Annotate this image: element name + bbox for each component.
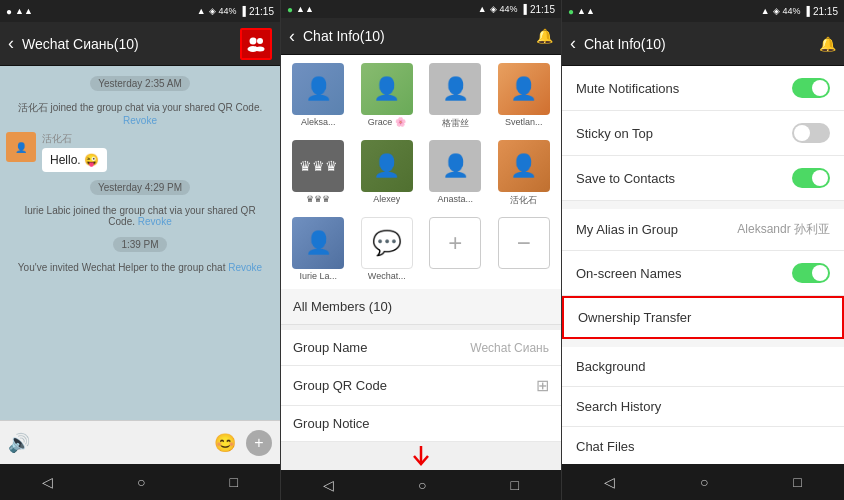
member-avatar-iurie: 👤	[292, 217, 344, 269]
mute-notifications-label: Mute Notifications	[576, 81, 792, 96]
member-name-huashi2: 活化石	[510, 194, 537, 207]
down-arrow-icon	[409, 446, 433, 466]
all-members-label: All Members (10)	[293, 299, 392, 314]
onscreen-row[interactable]: On-screen Names	[562, 251, 844, 296]
msg-row-1: 👤 活化石 Hello. 😜	[6, 132, 274, 172]
wifi-icon: ◈	[209, 6, 216, 16]
member-face-7: 👤	[429, 140, 481, 192]
background-label: Background	[576, 359, 830, 374]
group-name-row[interactable]: Group Name Wechat Сиань	[281, 330, 561, 366]
info-title: Chat Info(10)	[303, 28, 528, 44]
member-add[interactable]: +	[422, 213, 489, 285]
nav-home-3[interactable]: ○	[700, 474, 708, 490]
revoke-link-1[interactable]: Revoke	[123, 115, 157, 126]
msg-sender-1: 活化石	[42, 132, 107, 146]
timestamp-3: 1:39 PM	[113, 237, 166, 252]
member-name-wechat: Wechat...	[368, 271, 406, 281]
revoke-link-2[interactable]: Revoke	[138, 216, 172, 227]
member-wechat[interactable]: 💬 Wechat...	[354, 213, 421, 285]
voice-button[interactable]: 🔊	[8, 432, 30, 454]
mute-notifications-row[interactable]: Mute Notifications	[562, 66, 844, 111]
members-button[interactable]	[240, 28, 272, 60]
chat-body: Yesterday 2:35 AM 活化石 joined the group c…	[0, 66, 280, 420]
chat-title: Wechat Сиань(10)	[22, 36, 232, 52]
onscreen-toggle[interactable]	[792, 263, 830, 283]
add-member-button[interactable]: +	[429, 217, 481, 269]
member-iurie[interactable]: 👤 Iurie La...	[285, 213, 352, 285]
qr-icon: ⊞	[536, 376, 549, 395]
all-members-row[interactable]: All Members (10)	[281, 289, 561, 325]
member-geleisi[interactable]: 👤 格雷丝	[422, 59, 489, 134]
sticky-toggle[interactable]	[792, 123, 830, 143]
alias-value: Aleksandr 孙利亚	[737, 221, 830, 238]
member-face-5: ♛♛♛	[292, 140, 344, 192]
member-name-svetlan: Svetlan...	[505, 117, 543, 127]
group-notice-row[interactable]: Group Notice	[281, 406, 561, 442]
group-qr-label: Group QR Code	[293, 378, 536, 393]
settings-panel: ● ▲▲ ▲ ◈ 44% ▐ 21:15 ‹ Chat Info(10) 🔔 M…	[562, 0, 844, 500]
chat-panel: ● ▲▲ ▲ ◈ 44% ▐ 21:15 ‹ Wechat Сиань(10) …	[0, 0, 281, 500]
back-button-1[interactable]: ‹	[8, 33, 14, 54]
nav-back-2[interactable]: ◁	[323, 477, 334, 493]
chat-header: ‹ Wechat Сиань(10)	[0, 22, 280, 66]
back-button-3[interactable]: ‹	[570, 33, 576, 54]
save-contacts-label: Save to Contacts	[576, 171, 792, 186]
nav-back-3[interactable]: ◁	[604, 474, 615, 490]
revoke-link-3[interactable]: Revoke	[228, 262, 262, 273]
chat-files-label: Chat Files	[576, 439, 830, 454]
member-avatar-geleisi: 👤	[429, 63, 481, 115]
remove-member-button[interactable]: −	[498, 217, 550, 269]
member-aleksa[interactable]: 👤 Aleksa...	[285, 59, 352, 134]
alias-row[interactable]: My Alias in Group Aleksandr 孙利亚	[562, 209, 844, 251]
timestamp-2: Yesterday 4:29 PM	[90, 180, 190, 195]
back-button-2[interactable]: ‹	[289, 26, 295, 47]
member-face-8: 👤	[498, 140, 550, 192]
settings-title: Chat Info(10)	[584, 36, 811, 52]
search-history-label: Search History	[576, 399, 830, 414]
battery-pct: 44%	[219, 6, 237, 16]
status-right-2: ▲ ◈ 44% ▐ 21:15	[478, 4, 555, 15]
member-remove[interactable]: −	[491, 213, 558, 285]
member-huashi[interactable]: 👤 活化石	[491, 136, 558, 211]
bottom-nav-3: ◁ ○ □	[562, 464, 844, 500]
search-history-row[interactable]: Search History	[562, 387, 844, 427]
alias-label: My Alias in Group	[576, 222, 737, 237]
msg-bubble-1: Hello. 😜	[42, 148, 107, 172]
chat-files-row[interactable]: Chat Files	[562, 427, 844, 464]
ownership-transfer-row[interactable]: Ownership Transfer	[562, 296, 844, 339]
save-contacts-row[interactable]: Save to Contacts	[562, 156, 844, 201]
battery-2: ▐	[521, 4, 527, 14]
carrier-2: ▲▲	[296, 4, 314, 14]
member-grace[interactable]: 👤 Grace 🌸	[354, 59, 421, 134]
status-time: ●	[6, 6, 12, 17]
onscreen-label: On-screen Names	[576, 266, 792, 281]
mute-toggle[interactable]	[792, 78, 830, 98]
nav-recent-2[interactable]: □	[511, 477, 519, 493]
background-row[interactable]: Background	[562, 347, 844, 387]
nav-home-1[interactable]: ○	[137, 474, 145, 490]
sticky-top-row[interactable]: Sticky on Top	[562, 111, 844, 156]
chat-info-panel: ● ▲▲ ▲ ◈ 44% ▐ 21:15 ‹ Chat Info(10) 🔔 👤…	[281, 0, 562, 500]
settings-header: ‹ Chat Info(10) 🔔	[562, 22, 844, 66]
group-qr-row[interactable]: Group QR Code ⊞	[281, 366, 561, 406]
status-left: ● ▲▲	[6, 6, 33, 17]
signal-2: ▲	[478, 4, 487, 14]
group-name-value: Wechat Сиань	[470, 341, 549, 355]
green-dot-2: ●	[287, 4, 293, 15]
emoji-button[interactable]: 😊	[214, 432, 236, 454]
plus-button[interactable]: +	[246, 430, 272, 456]
status-right-3: ▲ ◈ 44% ▐ 21:15	[761, 6, 838, 17]
nav-recent-1[interactable]: □	[230, 474, 238, 490]
group-name-label: Group Name	[293, 340, 470, 355]
member-name-anasta: Anasta...	[437, 194, 473, 204]
member-svetlan[interactable]: 👤 Svetlan...	[491, 59, 558, 134]
nav-recent-3[interactable]: □	[793, 474, 801, 490]
save-contacts-toggle[interactable]	[792, 168, 830, 188]
member-anasta[interactable]: 👤 Anasta...	[422, 136, 489, 211]
nav-back-1[interactable]: ◁	[42, 474, 53, 490]
settings-body: Mute Notifications Sticky on Top Save to…	[562, 66, 844, 464]
member-alexey[interactable]: 👤 Alexey	[354, 136, 421, 211]
member-chess[interactable]: ♛♛♛ ♛♛♛	[285, 136, 352, 211]
scroll-indicator	[281, 442, 561, 470]
nav-home-2[interactable]: ○	[418, 477, 426, 493]
